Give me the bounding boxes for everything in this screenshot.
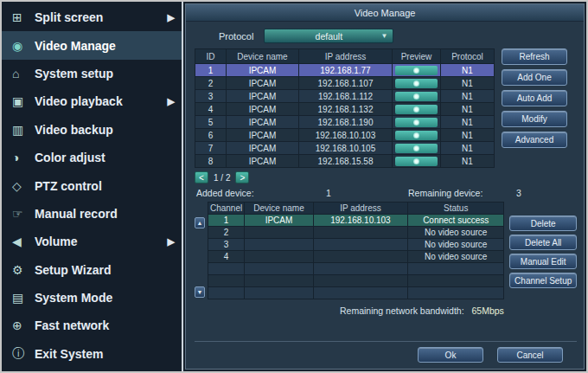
cell-preview	[393, 90, 441, 103]
preview-eye-icon[interactable]	[395, 105, 438, 114]
sidebar-item-video-manage[interactable]: ◉ Video Manage	[2, 31, 182, 59]
channel-table: Channel Device name IP address Status 1 …	[208, 202, 504, 299]
cell-preview	[393, 103, 441, 116]
chevron-right-icon: ▶	[168, 96, 175, 107]
video-camera-icon: ◉	[12, 39, 35, 53]
sidebar-item-label: Fast network	[35, 318, 109, 332]
table-row[interactable]: 4 No video source	[208, 251, 503, 263]
preview-eye-icon[interactable]	[395, 144, 438, 153]
sidebar-item-label: Manual record	[35, 207, 118, 221]
channel-scrollbar: ▲ ▼	[195, 202, 206, 299]
cell-protocol: N1	[441, 155, 495, 168]
sidebar-item-system-mode[interactable]: ▤ System Mode	[2, 284, 182, 312]
cell-protocol: N1	[441, 129, 495, 142]
cell-status: No video source	[408, 251, 504, 263]
app-window: ⊞ Split screen ▶ ◉ Video Manage ⌂ System…	[0, 0, 588, 373]
cell-device-name	[245, 227, 314, 239]
monitor-icon: ▣	[12, 94, 35, 108]
preview-eye-icon[interactable]	[395, 118, 438, 127]
manual-edit-button[interactable]: Manual Edit	[509, 254, 577, 269]
remaining-device-label: Remaining device:	[408, 188, 516, 198]
preview-eye-icon[interactable]	[395, 79, 438, 88]
table-row[interactable]: 4 IPCAM 192.168.1.132 N1	[195, 103, 495, 116]
device-table-header: ID Device name IP address Preview Protoc…	[195, 49, 495, 64]
sidebar-item-split-screen[interactable]: ⊞ Split screen ▶	[2, 3, 182, 31]
cell-protocol: N1	[441, 103, 495, 116]
protocol-dropdown[interactable]: default ▼	[264, 29, 393, 43]
table-row[interactable]	[208, 275, 503, 287]
table-row[interactable]: 5 IPCAM 192.168.1.190 N1	[195, 116, 495, 129]
sidebar-item-color-adjust[interactable]: ◑ Color adjust	[2, 144, 182, 171]
bandwidth-row: Remaining network bandwidth: 65Mbps	[195, 305, 577, 316]
table-row[interactable]: 6 IPCAM 192.168.10.103 N1	[195, 129, 495, 142]
sidebar-item-label: Video backup	[35, 123, 113, 137]
advanced-button[interactable]: Advanced	[502, 132, 567, 148]
cell-status: No video source	[408, 227, 504, 239]
sidebar-item-setup-wizard[interactable]: ⚙ Setup Wizard	[2, 256, 182, 284]
hand-icon: ☞	[12, 207, 35, 221]
table-row[interactable]: 3 No video source	[208, 239, 503, 251]
cell-status	[408, 287, 504, 299]
sidebar-item-video-playback[interactable]: ▣ Video playback ▶	[2, 87, 182, 115]
cell-channel	[208, 275, 244, 287]
sidebar-item-manual-record[interactable]: ☞ Manual record	[2, 200, 182, 228]
delete-button[interactable]: Delete	[509, 215, 577, 231]
table-row[interactable]	[208, 287, 503, 299]
cell-status	[408, 275, 504, 287]
sidebar-item-volume[interactable]: ◀ Volume ▶	[2, 228, 182, 255]
table-row[interactable]: 3 IPCAM 192.168.1.112 N1	[195, 90, 495, 103]
device-actions: Refresh Add One Auto Add Modify Advanced	[502, 48, 567, 152]
sidebar-item-ptz-control[interactable]: ◇ PTZ control	[2, 171, 182, 199]
cell-preview	[393, 155, 441, 168]
table-row[interactable]	[208, 263, 503, 275]
refresh-button[interactable]: Refresh	[502, 48, 567, 65]
delete-all-button[interactable]: Delete All	[509, 235, 577, 250]
table-row[interactable]: 1 IPCAM 192.168.1.77 N1	[195, 64, 495, 77]
cell-device-name: IPCAM	[227, 90, 299, 103]
next-page-button[interactable]: >	[235, 171, 249, 183]
preview-eye-icon[interactable]	[395, 157, 438, 166]
sidebar-item-video-backup[interactable]: ▥ Video backup	[2, 116, 182, 144]
cell-device-name: IPCAM	[227, 155, 299, 168]
color-wheel-icon: ◑	[12, 151, 35, 164]
sidebar-item-exit-system[interactable]: ⓘ Exit System	[2, 340, 182, 368]
prev-page-button[interactable]: <	[195, 171, 208, 183]
scroll-up-icon[interactable]: ▲	[195, 217, 205, 228]
preview-eye-icon[interactable]	[395, 66, 438, 75]
cell-id: 5	[195, 116, 227, 129]
modify-button[interactable]: Modify	[502, 111, 567, 127]
dialog-titlebar: Video Manage	[186, 4, 584, 22]
auto-add-button[interactable]: Auto Add	[502, 90, 567, 106]
add-one-button[interactable]: Add One	[502, 69, 567, 86]
chevron-down-icon: ▼	[380, 32, 387, 40]
sidebar-item-label: System setup	[35, 67, 113, 80]
channel-table-header: Channel Device name IP address Status	[208, 203, 503, 215]
channel-setup-button[interactable]: Channel Setup	[509, 273, 577, 288]
table-row[interactable]: 1 IPCAM 192.168.10.103 Connect success	[208, 215, 503, 227]
table-row[interactable]: 2 No video source	[208, 227, 503, 239]
table-row[interactable]: 8 IPCAM 192.168.15.58 N1	[195, 155, 495, 168]
cell-device-name: IPCAM	[227, 142, 299, 155]
cell-preview	[393, 129, 441, 142]
cell-status	[408, 263, 504, 275]
table-row[interactable]: 7 IPCAM 192.168.10.105 N1	[195, 142, 495, 155]
preview-eye-icon[interactable]	[395, 92, 438, 101]
table-row[interactable]: 2 IPCAM 192.168.1.107 N1	[195, 77, 495, 90]
video-manage-dialog: Video Manage Protocol default ▼ ID Devic…	[185, 3, 585, 370]
cancel-button[interactable]: Cancel	[497, 347, 563, 363]
cell-device-name	[245, 263, 314, 275]
dialog-title: Video Manage	[355, 8, 416, 18]
sidebar-item-system-setup[interactable]: ⌂ System setup	[2, 60, 182, 87]
remaining-device-value: 3	[516, 188, 521, 198]
page-indicator: 1 / 2	[214, 173, 230, 183]
sidebar-item-label: Split screen	[35, 10, 103, 24]
preview-eye-icon[interactable]	[395, 131, 438, 140]
scroll-down-icon[interactable]: ▼	[195, 286, 205, 298]
sidebar-item-fast-network[interactable]: ⊕ Fast network	[2, 312, 182, 339]
sidebar: ⊞ Split screen ▶ ◉ Video Manage ⌂ System…	[2, 2, 183, 371]
cell-channel: 4	[208, 251, 244, 263]
column-header-preview: Preview	[393, 49, 441, 64]
sidebar-item-label: System Mode	[35, 291, 112, 305]
sidebar-item-label: Exit System	[35, 347, 103, 361]
ok-button[interactable]: Ok	[418, 347, 483, 363]
